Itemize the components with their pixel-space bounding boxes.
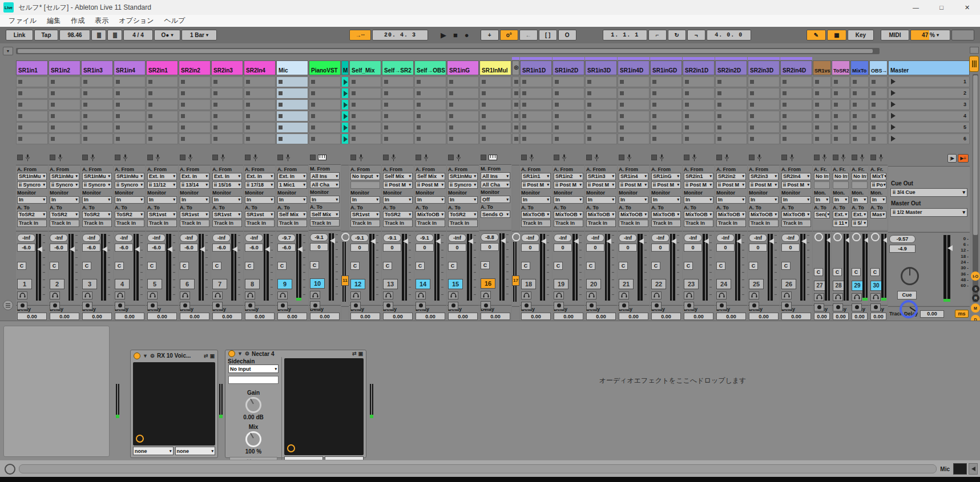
volume-fader-handle[interactable] (232, 246, 237, 252)
clip-slot[interactable] (349, 111, 381, 121)
peak-level-display[interactable]: -Inf (50, 234, 68, 242)
clip-slot[interactable] (49, 99, 80, 110)
input-type-select[interactable]: SR1in1▾ (521, 173, 551, 180)
volume-field[interactable]: 0 (448, 244, 466, 252)
peak-level-display[interactable]: -Inf (619, 234, 637, 242)
peak-level-display[interactable]: -Inf (586, 234, 604, 242)
volume-field[interactable]: -4.9 (889, 245, 916, 253)
arm-button[interactable] (448, 302, 458, 310)
pan-field[interactable]: C (554, 262, 563, 270)
clip-slot[interactable] (832, 133, 850, 144)
arm-button[interactable] (852, 303, 862, 311)
output-type-select[interactable]: MixToOB▾ (781, 211, 811, 218)
clip-slot[interactable] (81, 99, 113, 110)
section-toggle-I-O[interactable]: I-O (971, 272, 980, 281)
track-header[interactable]: Self→OBS (414, 60, 446, 75)
clip-slot[interactable] (49, 111, 80, 121)
master-fader-handle[interactable] (947, 245, 953, 251)
quantization-menu[interactable]: 1 Bar▾ (182, 30, 217, 40)
track-activator[interactable]: 26 (781, 279, 796, 289)
clip-slot[interactable] (276, 99, 308, 110)
clip-slot[interactable] (520, 133, 552, 144)
clip-slot[interactable] (414, 88, 446, 99)
track-activator[interactable]: 9 (277, 279, 292, 289)
clip-slot[interactable] (309, 76, 341, 87)
track-header[interactable]: SR2in3D (748, 60, 780, 75)
clip-slot[interactable] (414, 111, 446, 121)
clip-slot[interactable] (715, 111, 747, 121)
pan-field[interactable]: C (852, 268, 861, 276)
clip-slot[interactable] (447, 133, 479, 144)
section-toggle-S[interactable]: S (972, 285, 979, 293)
clip-slot[interactable] (244, 76, 276, 87)
clip-slot[interactable] (211, 99, 243, 110)
output-type-select[interactable]: MixToOB▾ (716, 211, 746, 218)
delay-value[interactable]: 0.00 (554, 313, 583, 320)
clip-slot[interactable] (869, 133, 888, 144)
clip-slot[interactable] (683, 76, 715, 87)
track-header[interactable]: Self→SR2 (382, 60, 414, 75)
clip-slot[interactable] (16, 111, 48, 121)
hot-swap-icon[interactable]: ⇄ (352, 351, 357, 357)
volume-field[interactable]: 0 (310, 243, 328, 251)
input-type-select[interactable]: No In▾ (852, 173, 868, 180)
volume-fader-handle[interactable] (606, 238, 611, 244)
output-type-select[interactable]: SR1vst▾ (147, 211, 177, 218)
monitor-select[interactable]: In▾ (180, 196, 209, 204)
clip-slot[interactable] (382, 88, 414, 99)
clip-slot[interactable] (552, 76, 584, 87)
monitor-select[interactable]: In▾ (814, 196, 830, 204)
input-type-select[interactable]: Ext. In▾ (147, 173, 177, 180)
group-clip-slot[interactable] (341, 99, 349, 110)
track-header[interactable]: SR1vs (813, 60, 831, 75)
volume-field[interactable]: 0 (749, 244, 767, 252)
arm-button[interactable] (684, 302, 694, 310)
clip-slot[interactable] (349, 122, 381, 133)
pan-knob[interactable] (814, 233, 823, 241)
clip-slot[interactable] (748, 111, 780, 121)
arm-button[interactable] (245, 302, 255, 310)
collapse-arrow-icon[interactable]: ▼ (3, 47, 13, 55)
monitor-select[interactable]: In▾ (17, 196, 47, 204)
pan-field[interactable]: C (310, 261, 319, 269)
clip-slot[interactable] (211, 111, 243, 121)
volume-fader-handle[interactable] (864, 237, 868, 243)
stop-clip-button[interactable] (521, 155, 527, 160)
monitor-select[interactable]: In▾ (716, 196, 746, 204)
input-channel-select[interactable]: ii Post M▾ (554, 181, 583, 189)
input-type-select[interactable]: All Ins▾ (481, 172, 510, 180)
monitor-select[interactable]: In▾ (651, 196, 681, 204)
clip-slot[interactable] (748, 122, 780, 133)
clip-slot[interactable] (813, 133, 831, 144)
track-header[interactable]: PianoVST (309, 60, 341, 75)
clip-slot[interactable] (414, 99, 446, 110)
input-channel-select[interactable]: ii Syncro▾ (115, 181, 144, 189)
volume-fader-handle[interactable] (265, 246, 270, 252)
volume-field[interactable]: -6.0 (50, 244, 68, 252)
menu-item[interactable]: ヘルプ (159, 16, 191, 26)
monitor-select[interactable]: Off▾ (481, 196, 510, 203)
stop-clip-button[interactable] (180, 155, 185, 160)
arm-button[interactable] (481, 301, 491, 309)
arm-button[interactable] (310, 301, 320, 309)
input-channel-select[interactable]: ii Syncro▾ (50, 181, 79, 189)
group-clip-slot[interactable] (341, 76, 349, 87)
stop-clip-button[interactable] (350, 155, 356, 160)
output-type-select[interactable]: Ext.▾ (852, 211, 868, 218)
clip-slot[interactable] (114, 122, 146, 133)
clip-slot[interactable] (813, 88, 831, 99)
volume-fader-handle[interactable] (330, 238, 335, 244)
input-type-select[interactable]: Ext. In▾ (212, 173, 242, 180)
menu-item[interactable]: 作成 (66, 16, 90, 26)
track-activator[interactable]: 16 (481, 278, 495, 289)
input-channel-select[interactable]: ii Post M▾ (781, 181, 811, 189)
clip-slot[interactable] (49, 133, 80, 144)
input-type-select[interactable]: SR2In4▾ (781, 173, 811, 180)
clip-slot[interactable] (850, 76, 869, 87)
input-type-select[interactable]: All Ins▾ (310, 172, 340, 180)
clip-slot[interactable] (813, 111, 831, 121)
solo-cue-button[interactable] (17, 291, 27, 299)
input-type-select[interactable]: Self Mix▾ (416, 173, 445, 180)
input-type-select[interactable]: No In▾ (814, 173, 830, 180)
sidechain-input-select[interactable]: No Input▾ (228, 364, 279, 373)
